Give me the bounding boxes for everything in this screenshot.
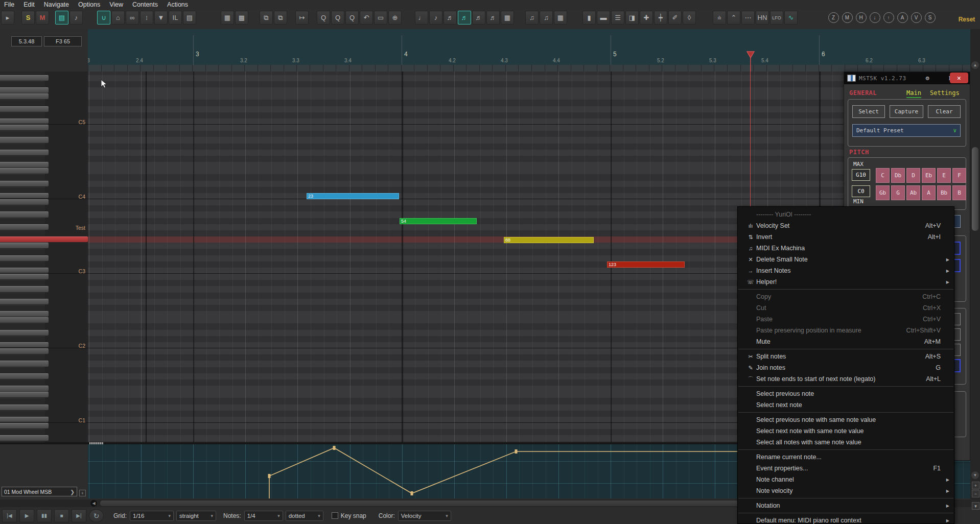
vertical-scroll-thumb[interactable] xyxy=(972,147,978,231)
go-to-start-button[interactable]: |◀ xyxy=(2,509,17,522)
ruler-icon[interactable]: ▤ xyxy=(183,11,196,25)
grid-row[interactable] xyxy=(88,93,970,100)
piano-key-row[interactable] xyxy=(0,367,88,373)
mute-button[interactable]: M xyxy=(36,11,49,25)
piano-key-row[interactable] xyxy=(0,93,88,100)
piano-key-row[interactable] xyxy=(0,218,88,224)
grid-row[interactable] xyxy=(88,137,970,143)
piano-key-row[interactable]: C3 xyxy=(0,268,88,274)
menu-item-midi-ex-machina[interactable]: ♫MIDI Ex Machina xyxy=(738,243,954,254)
menubar[interactable]: FileEditNavigateOptionsViewContentsActio… xyxy=(0,0,980,9)
tab-main[interactable]: Main xyxy=(906,89,921,98)
piano-key-row[interactable]: Test xyxy=(0,224,88,230)
piano-key-row[interactable]: C4 xyxy=(0,193,88,199)
piano-key-row[interactable] xyxy=(0,379,88,386)
piano-key-row[interactable] xyxy=(0,211,88,218)
vertical-scrollbar[interactable]: ▲ ▼ + − ▾ xyxy=(970,29,980,507)
grid-row[interactable] xyxy=(88,181,970,187)
edit-cursor-marker[interactable] xyxy=(746,51,755,72)
pitch-min-value[interactable]: C0 xyxy=(852,185,870,197)
menu-file[interactable]: File xyxy=(4,1,14,8)
envelope-point[interactable] xyxy=(268,474,271,478)
piano-key-row[interactable] xyxy=(0,386,88,392)
note-block-icon[interactable]: ▮ xyxy=(582,11,596,25)
quantize-icon[interactable]: Q xyxy=(317,11,330,25)
piano-key-row[interactable] xyxy=(0,81,88,87)
piano-key-row[interactable] xyxy=(0,336,88,342)
piano-key-row[interactable] xyxy=(0,330,88,336)
piano-key-row[interactable]: C2 xyxy=(0,342,88,348)
note-align-icon[interactable]: ☰ xyxy=(611,11,624,25)
note-thirtysecond-icon[interactable]: ♬ xyxy=(472,11,485,25)
piano-keyboard[interactable]: C5C4TestC3C2C1 xyxy=(0,72,88,443)
node-icon[interactable]: ⌃ xyxy=(727,11,740,25)
zoom-h-icon[interactable]: H xyxy=(854,11,868,25)
zoom-out-button[interactable]: − xyxy=(972,490,979,497)
virtual-keyboard-icon[interactable]: ▦ xyxy=(221,11,234,25)
zoom-in-button[interactable]: + xyxy=(972,482,979,489)
piano-key-row[interactable] xyxy=(0,156,88,162)
marquee-icon[interactable]: ▭ xyxy=(374,11,387,25)
piano-key-row[interactable] xyxy=(0,199,88,205)
piano-key-row[interactable] xyxy=(0,112,88,118)
pitch-note-b[interactable]: B xyxy=(952,185,966,200)
menu-item-event-properties[interactable]: Event properties...F1 xyxy=(738,463,954,474)
menu-item-velocity-set[interactable]: ılıVelocity SetAlt+V xyxy=(738,220,954,231)
timeline-tick-strip[interactable] xyxy=(88,65,980,72)
input-list-icon[interactable]: IL xyxy=(169,11,182,25)
piano-key-row[interactable] xyxy=(0,261,88,268)
pitch-note-a[interactable]: A xyxy=(922,185,936,200)
scroll-up-button[interactable]: ▲ xyxy=(971,61,979,69)
envelope-point[interactable] xyxy=(411,491,413,495)
menu-item-insert-notes[interactable]: →Insert Notes▶ xyxy=(738,265,954,276)
zoom-up-icon[interactable]: ↑ xyxy=(882,11,895,25)
piano-key-row[interactable] xyxy=(0,181,88,187)
midi-note[interactable]: 88 xyxy=(504,237,594,243)
quantize-2-icon[interactable]: Q xyxy=(331,11,344,25)
pitch-note-e[interactable]: E xyxy=(937,168,951,183)
piano-key-row[interactable] xyxy=(0,106,88,112)
piano-key-row[interactable] xyxy=(0,323,88,329)
piano-key-row[interactable] xyxy=(0,230,88,236)
zoom-play-icon[interactable]: ⊕ xyxy=(388,11,402,25)
pitch-max-value[interactable]: G10 xyxy=(852,169,870,181)
eraser-icon[interactable]: ◊ xyxy=(683,11,696,25)
grid-row[interactable] xyxy=(88,87,970,93)
pause-button[interactable]: ▮▮ xyxy=(37,509,52,522)
piano-key-row[interactable] xyxy=(0,411,88,417)
zoom-down-icon[interactable]: ↓ xyxy=(868,11,881,25)
envelope-point[interactable] xyxy=(515,449,518,454)
grid-type-dropdown[interactable]: straight▾ xyxy=(176,511,216,521)
grid-row[interactable] xyxy=(88,144,970,150)
clear-button[interactable]: Clear xyxy=(928,105,961,118)
grid-row[interactable] xyxy=(88,199,970,205)
capture-button[interactable]: Capture xyxy=(890,105,923,118)
color-mode-dropdown[interactable]: Velocity▾ xyxy=(398,511,451,521)
menu-contents[interactable]: Contents xyxy=(132,1,158,8)
join-notes-icon[interactable]: ♫ xyxy=(525,11,539,25)
play-button[interactable]: ▶ xyxy=(19,509,34,522)
pitch-note-c[interactable]: C xyxy=(876,168,890,183)
zoom-v-icon[interactable]: V xyxy=(909,11,923,25)
note-cross-icon[interactable]: ✚ xyxy=(640,11,653,25)
grid-notes-icon[interactable]: ▦ xyxy=(554,11,567,25)
pitch-note-ab[interactable]: Ab xyxy=(906,185,920,200)
piano-key-row[interactable] xyxy=(0,236,88,243)
piano-key-row[interactable] xyxy=(0,361,88,367)
note-eighth-icon[interactable]: ♪ xyxy=(429,11,442,25)
piano-key-row[interactable] xyxy=(0,429,88,435)
menu-item-rename-current-note[interactable]: Rename current note... xyxy=(738,451,954,463)
piano-key-row[interactable] xyxy=(0,72,88,75)
sine-wave-icon[interactable]: ∿ xyxy=(784,11,798,25)
menu-view[interactable]: View xyxy=(109,1,123,8)
menu-item-split-notes[interactable]: ✂Split notesAlt+S xyxy=(738,351,954,362)
grid-row[interactable] xyxy=(88,100,970,106)
cc-lane-selector[interactable]: 01 Mod Wheel MSB ❯ xyxy=(2,487,77,496)
pitch-note-db[interactable]: Db xyxy=(891,168,905,183)
grid-row[interactable] xyxy=(88,81,970,87)
piano-key-row[interactable] xyxy=(0,137,88,143)
menu-item-helper[interactable]: ☏Helper!▶ xyxy=(738,276,954,288)
undo-icon[interactable]: ↶ xyxy=(360,11,373,25)
preset-dropdown[interactable]: Default Preset∨ xyxy=(852,124,961,137)
piano-key-row[interactable] xyxy=(0,392,88,398)
